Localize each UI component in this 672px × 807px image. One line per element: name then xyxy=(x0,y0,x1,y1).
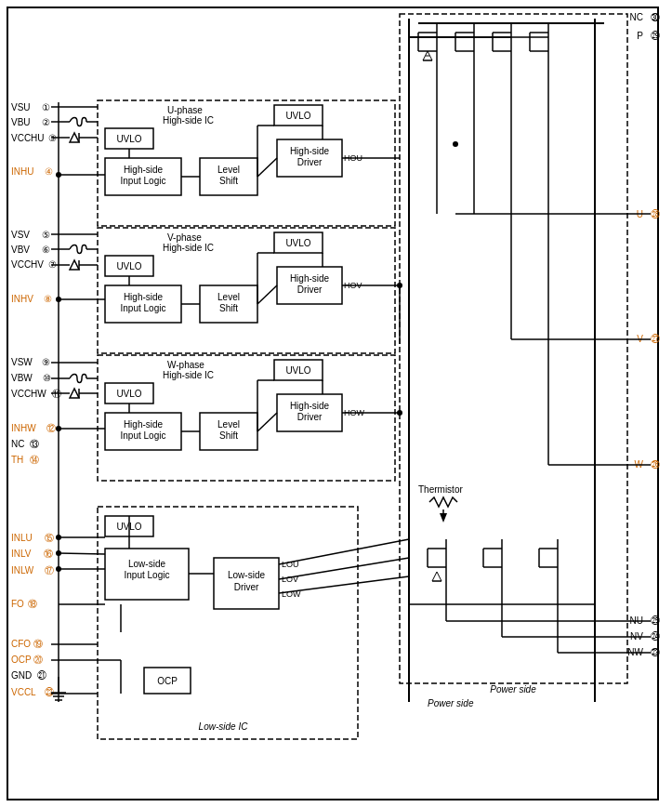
pin-cfo-num: ⑲ xyxy=(33,639,43,649)
low-side-ic-label: Low-side IC xyxy=(199,721,249,732)
v-driver-label1: High-side xyxy=(290,273,330,284)
pin-inhw-label: INHW xyxy=(11,423,36,433)
circuit-diagram: VSU ① VBU ② VCCHU ③ INHU ④ VSV ⑤ VBV ⑥ V… xyxy=(0,0,672,807)
svg-point-130 xyxy=(56,172,61,178)
power-side-text: Power side xyxy=(428,698,474,708)
ocp-label: OCP xyxy=(157,676,178,686)
u-driver-label2: Driver xyxy=(297,157,323,167)
pin-nc13-num: ⑬ xyxy=(30,439,39,449)
pin-vsw-num: ⑨ xyxy=(42,357,50,367)
ls-input-logic-label1: Low-side xyxy=(128,559,165,569)
v-uvlo1-label: UVLO xyxy=(116,261,141,271)
pin-inlv-label: INLV xyxy=(11,549,32,559)
pin-fo-label: FO xyxy=(11,599,24,609)
pin-vcchv-label: VCCHV xyxy=(11,259,44,270)
w-level-shift-label2: Shift xyxy=(219,430,238,441)
v-driver-label2: Driver xyxy=(297,284,323,295)
pin-u-num: ㉘ xyxy=(651,209,660,219)
svg-point-134 xyxy=(56,550,61,556)
v-input-logic-label2: Input Logic xyxy=(121,303,166,313)
pin-inlw-label: INLW xyxy=(11,565,34,575)
v-phase-label: V-phase xyxy=(167,232,202,243)
pin-inlv-num: ⑯ xyxy=(44,549,53,559)
w-uvlo2-label: UVLO xyxy=(285,365,310,376)
pin-inlu-num: ⑮ xyxy=(45,533,54,543)
pin-vbw-num: ⑩ xyxy=(43,373,51,383)
svg-marker-36 xyxy=(432,572,441,581)
low-side-ic-box xyxy=(98,507,358,739)
pin-vcchw-label: VCCHW xyxy=(11,389,46,399)
svg-point-133 xyxy=(56,535,61,540)
v-phase-label2: High-side IC xyxy=(163,243,214,253)
pin-inhv-num: ⑧ xyxy=(44,294,52,304)
svg-point-28 xyxy=(453,141,458,147)
pin-vsv-num: ⑤ xyxy=(42,230,50,240)
pin-vbv-label: VBV xyxy=(11,245,30,255)
pin-vbu-label: VBU xyxy=(11,117,31,127)
pin-inhu-label: INHU xyxy=(11,166,33,177)
pin-vsv-label: VSV xyxy=(11,230,30,240)
pin-th-label: TH xyxy=(11,455,23,465)
svg-marker-57 xyxy=(440,513,447,523)
u-uvlo1-label: UVLO xyxy=(116,134,141,144)
pin-gnd-num: ㉑ xyxy=(37,670,46,681)
w-input-logic-label1: High-side xyxy=(124,419,164,430)
v-level-shift-label2: Shift xyxy=(219,303,238,313)
u-input-logic-label1: High-side xyxy=(124,165,164,175)
pin-p-num: ㉙ xyxy=(651,31,660,41)
svg-point-132 xyxy=(56,426,61,431)
pin-nc30-num: ㉚ xyxy=(651,12,660,22)
ls-driver-label1: Low-side xyxy=(228,570,265,580)
svg-point-128 xyxy=(397,410,402,416)
pin-cfo-label: CFO xyxy=(11,639,31,649)
pin-v-num: ㉗ xyxy=(651,334,660,344)
pin-vsu-label: VSU xyxy=(11,102,31,112)
u-level-shift-label2: Shift xyxy=(219,176,238,186)
pin-inhv-label: INHV xyxy=(11,294,33,304)
u-driver-label1: High-side xyxy=(290,146,330,156)
w-phase-label: W-phase xyxy=(167,360,204,370)
diagram-container: VSU ① VBU ② VCCHU ③ INHU ④ VSV ⑤ VBV ⑥ V… xyxy=(0,0,672,807)
v-uvlo2-label: UVLO xyxy=(285,238,310,248)
u-uvlo2-label: UVLO xyxy=(285,111,310,121)
pin-inhu-num: ④ xyxy=(45,166,53,177)
svg-point-131 xyxy=(56,297,61,302)
pin-inlu-label: INLU xyxy=(11,533,33,543)
svg-point-135 xyxy=(56,566,61,572)
ls-driver-label2: Driver xyxy=(234,582,259,592)
thermistor-label: Thermistor xyxy=(418,484,463,495)
w-input-logic-label2: Input Logic xyxy=(121,430,166,441)
pin-vccl-label: VCCL xyxy=(11,687,36,697)
pin-inhw-num: ⑫ xyxy=(46,423,56,433)
pin-w-num: ㉖ xyxy=(651,459,660,470)
svg-line-92 xyxy=(257,285,277,304)
u-input-logic-label2: Input Logic xyxy=(121,176,166,186)
ls-input-logic-label2: Input Logic xyxy=(125,570,170,580)
v-input-logic-label1: High-side xyxy=(124,292,164,302)
u-phase-label: U-phase xyxy=(167,105,203,115)
w-driver-label1: High-side xyxy=(290,401,330,411)
pin-nv-num: ㉔ xyxy=(651,631,660,642)
svg-line-85 xyxy=(257,158,277,177)
pin-vsu-num: ① xyxy=(42,102,50,112)
pin-nu-num: ㉕ xyxy=(651,615,660,626)
pin-gnd-label: GND xyxy=(11,670,32,681)
pin-vbu-num: ② xyxy=(42,117,50,127)
w-phase-label2: High-side IC xyxy=(163,370,214,380)
w-driver-label2: Driver xyxy=(297,412,323,422)
pin-nc13-label: NC xyxy=(11,439,24,449)
v-level-shift-label1: Level xyxy=(217,292,240,302)
svg-marker-71 xyxy=(70,260,79,270)
svg-line-99 xyxy=(257,413,277,431)
u-phase-label2: High-side IC xyxy=(163,115,214,126)
svg-marker-63 xyxy=(70,133,79,142)
pin-fo-num: ⑱ xyxy=(28,599,37,609)
w-uvlo1-label: UVLO xyxy=(116,389,141,399)
pin-vcchu-label: VCCHU xyxy=(11,133,45,143)
pin-vbv-num: ⑥ xyxy=(42,245,50,255)
w-level-shift-label1: Level xyxy=(217,419,240,430)
pin-ocp-label: OCP xyxy=(11,655,32,665)
power-side-box xyxy=(400,14,627,683)
u-level-shift-label1: Level xyxy=(217,165,240,175)
power-side-label: Power side xyxy=(490,684,536,695)
